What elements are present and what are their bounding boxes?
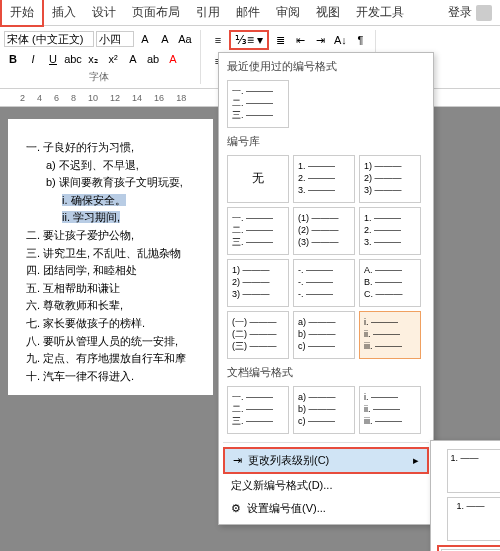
numbering-option-doc2[interactable]: a) ———b) ———c) ——— [293,386,355,434]
numbering-option-num[interactable]: 1. ———2. ———3. ——— [293,155,355,203]
multilevel-icon[interactable]: ≣ [271,31,289,49]
level-option-1[interactable]: 1. —— [447,449,501,493]
avatar-icon [476,5,492,21]
numbering-option-cjk2[interactable]: 一. ———二. ———三. ——— [227,207,289,255]
list-item: 九. 定点、有序地摆放自行车和摩 [26,350,203,368]
numbering-option-none[interactable]: 无 [227,155,289,203]
tab-mailings[interactable]: 邮件 [228,0,268,25]
numbering-option-roman[interactable]: i. ———ii. ———iii. ——— [359,311,421,359]
list-item: 一. 子良好的行为习惯, [26,139,203,157]
tab-view[interactable]: 视图 [308,0,348,25]
level-submenu: 1. —— 1. —— 1. —— [430,440,500,551]
increase-font-icon[interactable]: A [136,30,154,48]
indent-icon: ⇥ [233,454,242,467]
numbering-option-doc1[interactable]: 一. ———二. ———三. ——— [227,386,289,434]
level-option-2[interactable]: 1. —— [447,497,501,541]
chevron-right-icon: ▸ [413,454,419,467]
numbering-option-doc3[interactable]: i. ———ii. ———iii. ——— [359,386,421,434]
login-link[interactable]: 登录 [440,0,500,25]
italic-icon[interactable]: I [24,50,42,68]
bold-icon[interactable]: B [4,50,22,68]
numbering-option-numP[interactable]: 1) ———2) ———3) ——— [359,155,421,203]
underline-icon[interactable]: U [44,50,62,68]
tab-insert[interactable]: 插入 [44,0,84,25]
font-size-select[interactable] [96,31,134,47]
numbering-button[interactable]: ⅓≡ ▾ [229,30,269,50]
list-item: i. 确保安全。 [62,192,203,210]
numbering-option-num2[interactable]: 1. ———2. ———3. ——— [359,207,421,255]
define-new-format[interactable]: 定义新编号格式(D)... [223,474,429,497]
library-label: 编号库 [223,132,429,151]
strike-icon[interactable]: abc [64,50,82,68]
increase-indent-icon[interactable]: ⇥ [311,31,329,49]
tab-references[interactable]: 引用 [188,0,228,25]
level-option-3-highlight: 1. —— [437,545,500,551]
list-item: 四. 团结同学, 和睦相处 [26,262,203,280]
list-item: 七. 家长要做孩子的榜样. [26,315,203,333]
list-item: 十. 汽车一律不得进入. [26,368,203,386]
set-number-value[interactable]: ⚙设置编号值(V)... [223,497,429,520]
tab-developer[interactable]: 开发工具 [348,0,412,25]
page[interactable]: 一. 子良好的行为习惯, a) 不迟到、不早退, b) 课间要教育孩子文明玩耍,… [8,119,213,395]
show-marks-icon[interactable]: ¶ [351,31,369,49]
numbering-option-numP2[interactable]: 1) ———2) ———3) ——— [227,259,289,307]
subscript-icon[interactable]: x₂ [84,50,102,68]
numbering-option-lower[interactable]: a) ———b) ———c) ——— [293,311,355,359]
clear-format-icon[interactable]: Aa [176,30,194,48]
tab-review[interactable]: 审阅 [268,0,308,25]
decrease-indent-icon[interactable]: ⇤ [291,31,309,49]
font-family-select[interactable] [4,31,94,47]
sort-icon[interactable]: A↓ [331,31,349,49]
list-item: 五. 互相帮助和谦让 [26,280,203,298]
list-item: b) 课间要教育孩子文明玩耍, [46,174,203,192]
list-item: 八. 要听从管理人员的统一安排, [26,333,203,351]
recent-label: 最近使用过的编号格式 [223,57,429,76]
numbering-option-cjkP[interactable]: (一) ———(二) ———(三) ——— [227,311,289,359]
text-effect-icon[interactable]: A [124,50,142,68]
list-item: 二. 要让孩子爱护公物, [26,227,203,245]
tab-home[interactable]: 开始 [0,0,44,27]
doclib-label: 文档编号格式 [223,363,429,382]
decrease-font-icon[interactable]: A [156,30,174,48]
list-item: a) 不迟到、不早退, [46,157,203,175]
gear-icon: ⚙ [231,502,241,515]
font-group: A A Aa B I U abc x₂ x² A ab A 字体 [4,30,201,84]
numbering-dropdown: 最近使用过的编号格式 一. ———二. ———三. ——— 编号库 无 1. —… [218,52,434,525]
tab-bar: 开始 插入 设计 页面布局 引用 邮件 审阅 视图 开发工具 登录 [0,0,500,26]
list-item: ii. 学习期间, [62,209,203,227]
bullets-icon[interactable]: ≡ [209,31,227,49]
list-item: 六. 尊敬教师和长辈, [26,297,203,315]
numbering-option-cjk[interactable]: 一. ———二. ———三. ——— [227,80,289,128]
change-list-level[interactable]: ⇥更改列表级别(C)▸ [223,447,429,474]
font-color-icon[interactable]: A [164,50,182,68]
tab-layout[interactable]: 页面布局 [124,0,188,25]
tab-design[interactable]: 设计 [84,0,124,25]
superscript-icon[interactable]: x² [104,50,122,68]
numbering-option-dash[interactable]: -. ———-. ———-. ——— [293,259,355,307]
numbering-option-upper[interactable]: A. ———B. ———C. ——— [359,259,421,307]
font-group-label: 字体 [4,70,194,84]
highlight-icon[interactable]: ab [144,50,162,68]
list-item: 三. 讲究卫生, 不乱吐、乱抛杂物 [26,245,203,263]
numbering-option-paren[interactable]: (1) ———(2) ———(3) ——— [293,207,355,255]
